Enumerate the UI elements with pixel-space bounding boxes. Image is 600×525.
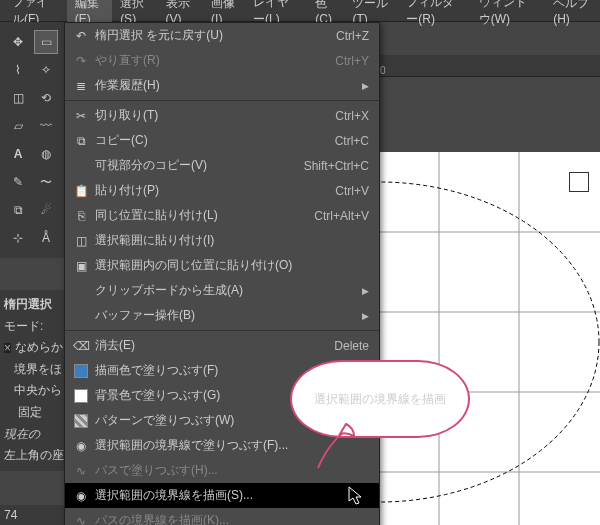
fixed-row[interactable]: 固定 [4, 402, 62, 424]
menu-item-20[interactable]: ◉選択範囲の境界線を描画(S)... [65, 483, 379, 508]
crop-tool[interactable]: ◫ [6, 86, 30, 110]
menu-item-0[interactable]: ↶楕円選択 を元に戻す(U)Ctrl+Z [65, 23, 379, 48]
white-icon [71, 389, 91, 403]
move-tool[interactable]: ✥ [6, 30, 30, 54]
brush-tool[interactable]: 〜 [34, 170, 58, 194]
erase-icon: ⌫ [71, 339, 91, 353]
menu-separator [65, 100, 379, 101]
menu-item-14[interactable]: ⌫消去(E)Delete [65, 333, 379, 358]
menu-item-shortcut: Ctrl+Y [335, 54, 369, 68]
menu-item-label: バッファー操作(B) [91, 307, 356, 324]
menu-item-shortcut: Ctrl+X [335, 109, 369, 123]
coord-bar: 74 [0, 505, 64, 525]
menu-item-label: 消去(E) [91, 337, 334, 354]
shear-tool[interactable]: ▱ [6, 114, 30, 138]
strokesel-icon: ◉ [71, 439, 91, 453]
menu-item-8[interactable]: ⎘同じ位置に貼り付け(L)Ctrl+Alt+V [65, 203, 379, 228]
menu-item-label: 作業履歴(H) [91, 77, 356, 94]
menu-item-label: やり直す(R) [91, 52, 335, 69]
menu-item-label: 選択範囲内の同じ位置に貼り付け(O) [91, 257, 369, 274]
menu-item-label: コピー(C) [91, 132, 335, 149]
bucket-tool[interactable]: ◍ [34, 142, 58, 166]
edge-row[interactable]: 境界をほ [4, 359, 62, 381]
menu-item-7[interactable]: 📋貼り付け(P)Ctrl+V [65, 178, 379, 203]
callout-text: 選択範囲の境界線を描画 [314, 391, 446, 408]
menu-item-5[interactable]: ⧉コピー(C)Ctrl+C [65, 128, 379, 153]
menu-item-shortcut: Shift+Ctrl+C [304, 159, 369, 173]
menu-10[interactable]: ヘルプ(H) [545, 0, 600, 29]
mouse-cursor-icon [348, 486, 364, 510]
measure-tool[interactable]: Å [34, 226, 58, 250]
menu-item-6[interactable]: 可視部分のコピー(V)Shift+Ctrl+C [65, 153, 379, 178]
sel2-icon: ▣ [71, 259, 91, 273]
menu-item-label: 楕円選択 を元に戻す(U) [91, 27, 336, 44]
menu-item-label: 選択範囲に貼り付け(I) [91, 232, 369, 249]
menu-8[interactable]: フィルター(R) [398, 0, 471, 31]
menu-item-shortcut: Ctrl+Z [336, 29, 369, 43]
menu-item-label: パスの境界線を描画(K)... [91, 512, 369, 525]
rect-select-tool[interactable]: ▭ [34, 30, 58, 54]
menu-separator [65, 330, 379, 331]
smudge-tool[interactable]: ☄ [34, 198, 58, 222]
menu-item-label: 可視部分のコピー(V) [91, 157, 304, 174]
current-label: 現在の [4, 424, 62, 446]
menu-item-label: 貼り付け(P) [91, 182, 335, 199]
mode-label: モード: [4, 316, 62, 338]
pencil-tool[interactable]: ✎ [6, 170, 30, 194]
fuzzy-select-tool[interactable]: ✧ [34, 58, 58, 82]
menu-item-1: ↷やり直す(R)Ctrl+Y [65, 48, 379, 73]
handle-tr[interactable] [569, 172, 589, 192]
path-tool[interactable]: ⊹ [6, 226, 30, 250]
menu-item-12[interactable]: バッファー操作(B) [65, 303, 379, 328]
menu-item-2[interactable]: ≣作業履歴(H) [65, 73, 379, 98]
history-icon: ≣ [71, 79, 91, 93]
menu-item-label: クリップボードから生成(A) [91, 282, 356, 299]
rotate-tool[interactable]: ⟲ [34, 86, 58, 110]
menu-item-11[interactable]: クリップボードから生成(A) [65, 278, 379, 303]
undo-icon: ↶ [71, 29, 91, 43]
menu-item-shortcut: Delete [334, 339, 369, 353]
menu-item-label: 選択範囲の境界線を描画(S)... [91, 487, 369, 504]
redo-icon: ↷ [71, 54, 91, 68]
menu-item-label: 切り取り(T) [91, 107, 335, 124]
menu-item-10[interactable]: ▣選択範囲内の同じ位置に貼り付け(O) [65, 253, 379, 278]
toolbox: ✥ ▭ ⌇ ✧ ◫ ⟲ ▱ 〰 A ◍ ✎ 〜 ⧉ ☄ ⊹ Å [0, 22, 64, 258]
pastein-icon: ⎘ [71, 209, 91, 223]
menu-item-shortcut: Ctrl+Alt+V [314, 209, 369, 223]
strokesel2-icon: ◉ [71, 489, 91, 503]
menu-item-4[interactable]: ✂切り取り(T)Ctrl+X [65, 103, 379, 128]
tool-options: 楕円選択 モード: ×なめらかに 境界をほ 中央から 固定 現在の 左上角の座標 [0, 290, 66, 471]
text-tool[interactable]: A [6, 142, 30, 166]
path-icon: ∿ [71, 464, 91, 478]
clone-tool[interactable]: ⧉ [6, 198, 30, 222]
corner-label: 左上角の座標 [4, 445, 62, 467]
warp-tool[interactable]: 〰 [34, 114, 58, 138]
aa-row[interactable]: ×なめらかに [4, 337, 62, 359]
menu-item-label: 同じ位置に貼り付け(L) [91, 207, 314, 224]
lasso-tool[interactable]: ⌇ [6, 58, 30, 82]
menu-item-9[interactable]: ◫選択範囲に貼り付け(I) [65, 228, 379, 253]
cut-icon: ✂ [71, 109, 91, 123]
menu-9[interactable]: ウィンドウ(W) [471, 0, 545, 31]
paste-icon: 📋 [71, 184, 91, 198]
copy-icon: ⧉ [71, 134, 91, 148]
path2-icon: ∿ [71, 514, 91, 526]
menu-item-21: ∿パスの境界線を描画(K)... [65, 508, 379, 525]
blue-icon [71, 364, 91, 378]
center-row[interactable]: 中央から [4, 380, 62, 402]
tool-options-title: 楕円選択 [4, 294, 62, 316]
pattern-icon [71, 414, 91, 428]
annotation-callout: 選択範囲の境界線を描画 [290, 360, 490, 438]
sel-icon: ◫ [71, 234, 91, 248]
menu-item-shortcut: Ctrl+C [335, 134, 369, 148]
menu-item-shortcut: Ctrl+V [335, 184, 369, 198]
menubar: ファイル(F)編集(E)選択(S)表示(V)画像(I)レイヤー(L)色(C)ツー… [0, 0, 600, 22]
checkbox-icon: × [4, 343, 11, 353]
